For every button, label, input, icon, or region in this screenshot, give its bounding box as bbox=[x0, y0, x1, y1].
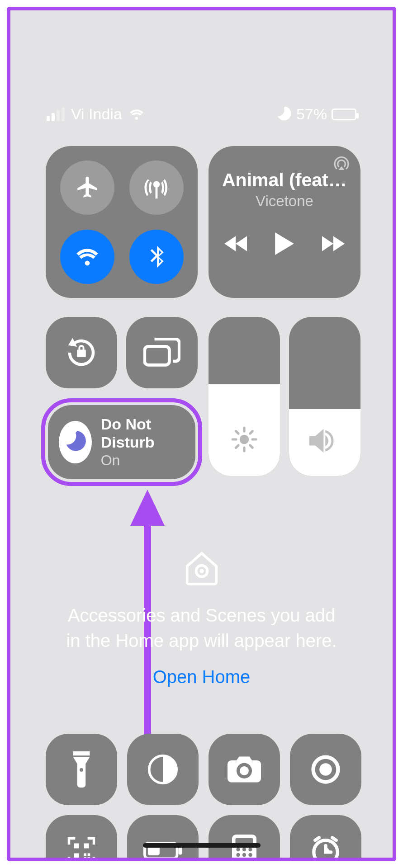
svg-point-29 bbox=[236, 848, 240, 851]
dnd-highlight-annotation: Do Not Disturb On bbox=[41, 398, 202, 486]
moon-icon bbox=[63, 430, 87, 454]
control-center: Vi India 57% Animal bbox=[10, 10, 393, 858]
low-power-button[interactable] bbox=[127, 815, 199, 861]
now-playing-title: Animal (feat.... bbox=[222, 170, 347, 191]
svg-rect-25 bbox=[178, 847, 182, 854]
home-icon bbox=[182, 548, 221, 587]
svg-rect-0 bbox=[145, 346, 170, 365]
svg-line-8 bbox=[236, 445, 238, 448]
svg-rect-17 bbox=[74, 844, 79, 849]
svg-point-32 bbox=[236, 853, 240, 857]
dnd-state: On bbox=[101, 452, 185, 469]
home-indicator[interactable] bbox=[143, 843, 261, 848]
open-home-link[interactable]: Open Home bbox=[153, 667, 251, 687]
status-bar: Vi India 57% bbox=[47, 105, 356, 123]
svg-point-35 bbox=[236, 859, 240, 861]
calculator-button[interactable] bbox=[209, 815, 280, 861]
svg-line-6 bbox=[236, 431, 238, 434]
record-icon bbox=[311, 755, 341, 784]
camera-button[interactable] bbox=[209, 734, 280, 805]
qr-scanner-button[interactable] bbox=[46, 815, 117, 861]
wifi-icon bbox=[128, 106, 145, 123]
calculator-icon bbox=[232, 835, 256, 861]
previous-track-button[interactable] bbox=[224, 235, 247, 253]
flashlight-icon bbox=[69, 751, 94, 788]
screen-record-button[interactable] bbox=[290, 734, 361, 805]
media-controls-tile[interactable]: Animal (feat.... Vicetone bbox=[209, 146, 360, 298]
home-empty-message: Accessories and Scenes you add in the Ho… bbox=[46, 603, 357, 653]
alarm-button[interactable] bbox=[290, 815, 361, 861]
airplay-icon[interactable] bbox=[332, 154, 351, 172]
screen-mirroring-icon bbox=[143, 338, 180, 368]
svg-point-37 bbox=[248, 859, 252, 861]
bluetooth-toggle[interactable] bbox=[129, 230, 184, 284]
next-track-button[interactable] bbox=[322, 235, 345, 253]
svg-rect-20 bbox=[84, 854, 87, 856]
do-not-disturb-toggle[interactable]: Do Not Disturb On bbox=[48, 405, 195, 479]
qr-icon bbox=[66, 836, 96, 861]
airplane-icon bbox=[74, 175, 100, 201]
dnd-moon-circle bbox=[59, 421, 92, 463]
svg-point-33 bbox=[242, 853, 246, 857]
rotation-lock-icon bbox=[64, 335, 99, 370]
dark-mode-button[interactable] bbox=[127, 734, 199, 805]
svg-rect-21 bbox=[88, 857, 90, 860]
antenna-icon bbox=[143, 175, 170, 201]
airplane-mode-toggle[interactable] bbox=[60, 160, 114, 215]
cellular-data-toggle[interactable] bbox=[129, 160, 184, 215]
volume-slider[interactable] bbox=[289, 317, 360, 476]
cellular-signal-icon bbox=[47, 108, 65, 121]
wifi-icon bbox=[74, 244, 100, 270]
orientation-lock-toggle[interactable] bbox=[46, 317, 117, 388]
screen-mirroring-button[interactable] bbox=[126, 317, 198, 388]
wifi-toggle[interactable] bbox=[60, 230, 114, 284]
home-accessories-section: Accessories and Scenes you add in the Ho… bbox=[46, 548, 357, 687]
connectivity-group[interactable] bbox=[46, 146, 198, 298]
brightness-icon bbox=[230, 425, 258, 453]
svg-marker-11 bbox=[130, 490, 165, 526]
dnd-title: Do Not Disturb bbox=[101, 415, 185, 451]
camera-icon bbox=[228, 756, 261, 783]
clock-icon bbox=[310, 835, 341, 861]
contrast-icon bbox=[148, 755, 178, 784]
brightness-slider[interactable] bbox=[209, 317, 280, 476]
svg-rect-18 bbox=[84, 844, 89, 849]
battery-icon bbox=[332, 108, 356, 120]
bluetooth-icon bbox=[143, 244, 170, 270]
svg-line-9 bbox=[250, 431, 252, 434]
svg-rect-22 bbox=[84, 857, 87, 860]
svg-point-16 bbox=[319, 763, 332, 776]
svg-point-13 bbox=[199, 569, 204, 573]
svg-point-31 bbox=[248, 848, 252, 851]
svg-rect-23 bbox=[88, 854, 90, 856]
quick-action-tiles bbox=[46, 734, 357, 861]
svg-point-36 bbox=[242, 859, 246, 861]
battery-percent: 57% bbox=[296, 105, 327, 123]
svg-point-1 bbox=[240, 435, 249, 444]
now-playing-artist: Vicetone bbox=[256, 193, 313, 210]
svg-point-30 bbox=[242, 848, 246, 851]
svg-line-7 bbox=[250, 445, 252, 448]
flashlight-button[interactable] bbox=[46, 734, 117, 805]
svg-point-34 bbox=[248, 853, 252, 857]
annotated-screenshot-frame: Vi India 57% Animal bbox=[7, 7, 396, 861]
carrier-label: Vi India bbox=[71, 105, 122, 123]
play-button[interactable] bbox=[274, 232, 295, 255]
volume-icon bbox=[309, 428, 340, 453]
dnd-status-icon bbox=[275, 106, 292, 123]
svg-rect-19 bbox=[74, 854, 79, 859]
